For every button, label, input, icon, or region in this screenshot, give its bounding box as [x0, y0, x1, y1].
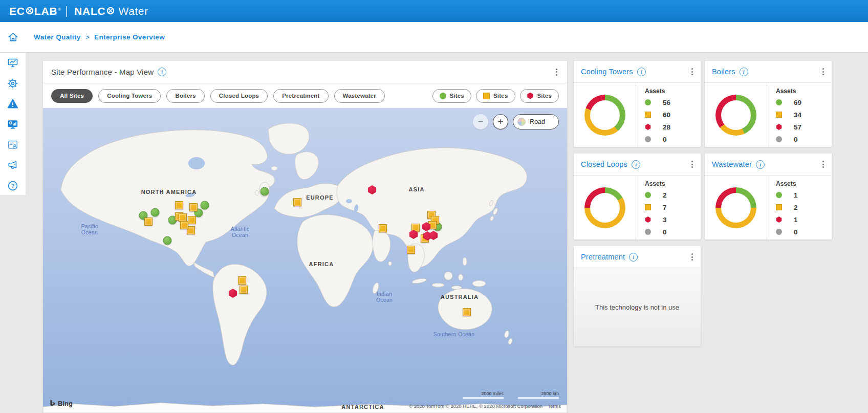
red-marker-icon	[776, 124, 782, 130]
nalco-wordmark: NALC	[74, 5, 115, 17]
gray-marker-icon	[645, 229, 651, 235]
asset-count: 2	[663, 191, 667, 199]
filter-cooling-towers[interactable]: Cooling Towers	[98, 89, 161, 103]
donut-zone	[705, 176, 767, 240]
asset-count: 0	[663, 228, 667, 236]
breadcrumb-enterprise-overview[interactable]: Enterprise Overview	[94, 33, 165, 41]
site-marker-yellow[interactable]	[189, 203, 198, 211]
performance-board-icon[interactable]	[6, 56, 19, 70]
asset-row-gray: 0	[645, 133, 701, 145]
card-header: Closed Loops	[574, 154, 701, 176]
card-header: Boilers	[705, 61, 832, 83]
site-marker-green[interactable]	[151, 208, 160, 217]
filter-closed-loops[interactable]: Closed Loops	[210, 89, 268, 103]
wastewater-card: Wastewater Assets 1210	[705, 154, 832, 240]
legend-red-hexagon-sites[interactable]: Sites	[520, 89, 559, 103]
not-in-use-message: This technology is not in use	[595, 303, 679, 311]
info-icon[interactable]	[740, 68, 748, 76]
asset-row-green: 69	[776, 96, 832, 108]
site-marker-yellow[interactable]	[407, 246, 415, 254]
card-menu-kebab-icon[interactable]	[689, 66, 696, 78]
ecolab-wordmark: ECLAB	[9, 5, 57, 17]
card-body: This technology is not in use	[574, 268, 701, 346]
red-marker-icon	[645, 124, 651, 130]
legend-green-circle-sites[interactable]: Sites	[432, 89, 472, 103]
site-marker-yellow[interactable]	[180, 221, 188, 229]
info-icon[interactable]	[756, 160, 765, 169]
help-icon[interactable]: ?	[6, 179, 19, 192]
site-marker-yellow[interactable]	[175, 201, 183, 209]
card-title: Wastewater	[712, 160, 752, 168]
site-marker-green[interactable]	[163, 236, 172, 245]
green-marker-icon	[645, 192, 651, 198]
asset-count: 0	[794, 136, 798, 143]
site-marker-yellow[interactable]	[238, 276, 246, 285]
red-hexagon-icon	[527, 93, 534, 99]
site-marker-yellow[interactable]	[240, 286, 248, 294]
boilers-donut-chart	[715, 95, 756, 136]
info-icon[interactable]	[629, 253, 638, 262]
site-marker-yellow[interactable]	[463, 308, 471, 316]
asset-row-gray: 0	[776, 226, 832, 238]
card-menu-kebab-icon[interactable]	[820, 158, 827, 170]
site-marker-red[interactable]	[228, 289, 237, 298]
breadcrumb-water-quality[interactable]: Water Quality	[34, 33, 81, 41]
alerts-warning-icon[interactable]	[6, 97, 19, 111]
legend-label: Sites	[493, 93, 508, 99]
cooling-towers-donut-chart	[584, 95, 625, 136]
asset-row-gray: 0	[776, 133, 832, 145]
terms-link[interactable]: Terms	[548, 403, 561, 409]
home-icon[interactable]	[0, 31, 26, 43]
site-marker-yellow[interactable]	[379, 224, 387, 232]
asset-count: 57	[794, 123, 801, 131]
zoom-in-button[interactable]: +	[493, 114, 508, 129]
site-marker-green[interactable]	[201, 201, 209, 210]
filter-all-sites[interactable]: All Sites	[51, 89, 93, 103]
site-marker-yellow[interactable]	[179, 213, 187, 222]
announcements-megaphone-icon[interactable]	[6, 159, 19, 172]
yellow-marker-icon	[776, 112, 782, 118]
scale-miles: 2000 miles	[463, 391, 504, 399]
map-card-menu-kebab-icon[interactable]	[553, 66, 560, 78]
yellow-marker-icon	[645, 204, 651, 210]
filter-wastewater[interactable]: Wastewater	[334, 89, 385, 103]
site-marker-green[interactable]	[261, 187, 269, 196]
card-body: Assets 1210	[705, 176, 832, 240]
card-title: Pretreatment	[581, 253, 625, 261]
map-attribution: © 2020 TomTom © 2020 HERE, © 2020 Micros…	[409, 403, 561, 409]
asset-row-yellow: 2	[776, 201, 832, 213]
nalco-globe-icon	[106, 5, 115, 17]
card-menu-kebab-icon[interactable]	[689, 251, 696, 263]
world-map[interactable]: NORTH AMERICAEUROPEASIAAFRICAAUSTRALIAAN…	[43, 108, 567, 413]
card-menu-kebab-icon[interactable]	[820, 66, 827, 78]
site-marker-yellow[interactable]	[188, 216, 196, 224]
map-style-selector[interactable]: Road	[513, 114, 559, 129]
dashboard-page: ECLAB ® | NALC Water Water Quality > Ent…	[0, 0, 868, 413]
dashboard-monitor-icon[interactable]	[6, 118, 19, 131]
site-marker-yellow[interactable]	[144, 218, 153, 226]
boilers-card: Boilers Assets 6934570	[705, 61, 832, 147]
assets-legend: Assets 1210	[767, 176, 832, 240]
asset-row-red: 57	[776, 121, 832, 133]
card-title: Boilers	[712, 68, 735, 76]
filter-pretreatment[interactable]: Pretreatment	[273, 89, 328, 103]
info-icon[interactable]	[632, 160, 640, 169]
site-marker-yellow[interactable]	[293, 198, 301, 206]
bing-logo[interactable]: Bing	[49, 399, 73, 408]
map-info-icon[interactable]	[158, 68, 166, 76]
asset-count: 2	[794, 204, 798, 211]
assets-rows: 5660280	[645, 96, 701, 145]
legend-yellow-square-sites[interactable]: Sites	[476, 89, 515, 103]
reports-document-icon[interactable]	[6, 138, 19, 151]
card-menu-kebab-icon[interactable]	[689, 158, 696, 170]
card-header: Cooling Towers	[574, 61, 701, 83]
assets-label: Assets	[776, 180, 832, 187]
settings-gear-icon[interactable]	[6, 77, 19, 90]
closed-loops-card: Closed Loops Assets 2730	[574, 154, 701, 240]
asset-row-yellow: 34	[776, 108, 832, 121]
card-title: Cooling Towers	[581, 68, 633, 76]
zoom-out-button[interactable]: −	[473, 114, 488, 129]
info-icon[interactable]	[637, 68, 646, 76]
filter-boilers[interactable]: Boilers	[166, 89, 204, 103]
site-marker-red[interactable]	[367, 185, 377, 194]
